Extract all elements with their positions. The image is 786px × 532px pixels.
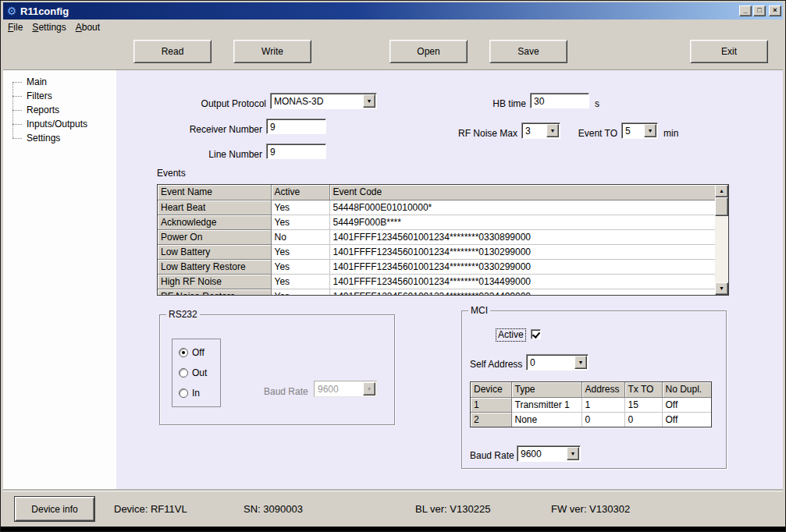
event-name-cell[interactable]: RF Noise Restore bbox=[158, 289, 271, 296]
event-code-cell[interactable]: 1401FFFF12345601001234********0330299000 bbox=[329, 259, 715, 274]
table-row[interactable]: RF Noise Restore Yes 1401FFFF12345601001… bbox=[158, 289, 715, 296]
events-scrollbar[interactable]: ▲ ▼ bbox=[715, 185, 728, 295]
rs232-group-label: RS232 bbox=[166, 309, 200, 320]
events-table: Event Name Active Event Code Heart Beat … bbox=[157, 184, 729, 296]
status-device: Device: RF11VL bbox=[114, 503, 187, 515]
column-header-no-dupl: No Dupl. bbox=[662, 382, 711, 397]
menu-file[interactable]: File bbox=[3, 21, 27, 34]
event-name-cell[interactable]: High RF Noise bbox=[158, 274, 271, 289]
device-type-cell[interactable]: Transmitter 1 bbox=[511, 397, 581, 412]
event-active-cell[interactable]: Yes bbox=[271, 200, 329, 215]
event-code-cell[interactable]: 54448F000E01010000* bbox=[329, 200, 715, 215]
self-address-select[interactable]: 0 ▼ bbox=[526, 354, 589, 371]
hb-time-input[interactable] bbox=[530, 93, 589, 108]
rf-noise-max-select[interactable]: 3 ▼ bbox=[521, 122, 560, 139]
table-row[interactable]: 2 None 0 0 Off bbox=[471, 412, 711, 427]
device-type-cell[interactable]: None bbox=[511, 412, 581, 427]
scroll-up-button[interactable]: ▲ bbox=[715, 185, 728, 197]
scrollbar-thumb[interactable] bbox=[715, 197, 728, 216]
hb-time-unit: s bbox=[595, 96, 599, 112]
device-address-cell[interactable]: 0 bbox=[581, 412, 624, 427]
mci-active-checkbox[interactable] bbox=[531, 329, 541, 339]
sidebar-item-reports[interactable]: Reports bbox=[9, 103, 116, 117]
event-active-cell[interactable]: Yes bbox=[271, 215, 329, 229]
menu-settings[interactable]: Settings bbox=[27, 21, 70, 34]
scroll-down-button[interactable]: ▼ bbox=[715, 282, 728, 295]
event-to-label: Event TO bbox=[574, 126, 617, 141]
devices-header-row: Device Type Address Tx TO No Dupl. bbox=[471, 382, 711, 397]
event-active-cell[interactable]: Yes bbox=[271, 244, 329, 259]
rs232-mode-box: Off Out In bbox=[172, 339, 221, 407]
menu-bar: File Settings About bbox=[3, 20, 783, 34]
radio-out[interactable] bbox=[179, 368, 188, 378]
event-name-cell[interactable]: Acknowledge bbox=[158, 215, 271, 229]
sidebar-item-filters[interactable]: Filters bbox=[9, 89, 116, 103]
content-area: Main Filters Reports Inputs/Outputs Sett… bbox=[3, 70, 783, 491]
table-row[interactable]: Acknowledge Yes 54449F000B**** bbox=[158, 215, 715, 229]
device-info-button[interactable]: Device info bbox=[15, 497, 94, 521]
sidebar-item-inputs-outputs[interactable]: Inputs/Outputs bbox=[9, 117, 116, 131]
event-code-cell[interactable]: 1401FFFF12345601001234********0334499000 bbox=[329, 289, 715, 296]
rs232-option-off[interactable]: Off bbox=[179, 347, 205, 358]
chevron-down-icon[interactable]: ▼ bbox=[644, 124, 656, 137]
device-txto-cell[interactable]: 0 bbox=[624, 412, 662, 427]
exit-button[interactable]: Exit bbox=[690, 40, 768, 63]
read-button[interactable]: Read bbox=[133, 40, 212, 63]
event-name-cell[interactable]: Low Battery Restore bbox=[158, 259, 271, 274]
table-row[interactable]: Low Battery Restore Yes 1401FFFF12345601… bbox=[158, 259, 715, 274]
mci-active-label: Active bbox=[496, 328, 526, 342]
event-active-cell[interactable]: No bbox=[271, 229, 329, 244]
event-code-cell[interactable]: 1401FFFF12345601001234********0330899000 bbox=[329, 229, 715, 244]
self-address-value: 0 bbox=[530, 356, 535, 369]
table-row[interactable]: Heart Beat Yes 54448F000E01010000* bbox=[158, 200, 715, 215]
rs232-option-in[interactable]: In bbox=[179, 388, 200, 399]
chevron-down-icon[interactable]: ▼ bbox=[363, 94, 375, 108]
device-nodupl-cell[interactable]: Off bbox=[662, 412, 711, 427]
event-name-cell[interactable]: Power On bbox=[158, 229, 271, 244]
device-address-cell[interactable]: 1 bbox=[581, 397, 624, 412]
write-button[interactable]: Write bbox=[233, 40, 311, 63]
maximize-button[interactable]: □ bbox=[753, 5, 766, 16]
table-row[interactable]: High RF Noise Yes 1401FFFF12345601001234… bbox=[158, 274, 715, 289]
rs232-group: RS232 Off Out In Baud Rate bbox=[159, 314, 395, 425]
device-nodupl-cell[interactable]: Off bbox=[662, 397, 711, 412]
chevron-down-icon[interactable]: ▼ bbox=[546, 124, 559, 137]
event-name-cell[interactable]: Low Battery bbox=[158, 244, 271, 259]
rs232-baud-rate-label: Baud Rate bbox=[264, 384, 308, 399]
menu-about[interactable]: About bbox=[71, 21, 105, 34]
event-active-cell[interactable]: Yes bbox=[271, 274, 329, 289]
chevron-down-icon[interactable]: ▼ bbox=[574, 356, 587, 369]
minimize-button[interactable]: _ bbox=[739, 5, 752, 16]
rs232-baud-rate-value: 9600 bbox=[318, 383, 339, 395]
device-id-cell[interactable]: 1 bbox=[471, 397, 511, 412]
save-button[interactable]: Save bbox=[489, 40, 567, 63]
receiver-number-input[interactable] bbox=[266, 119, 326, 134]
event-active-cell[interactable]: Yes bbox=[271, 259, 329, 274]
event-code-cell[interactable]: 54449F000B**** bbox=[329, 215, 715, 229]
device-id-cell[interactable]: 2 bbox=[471, 412, 511, 427]
rs232-option-out[interactable]: Out bbox=[179, 367, 207, 378]
table-row[interactable]: Power On No 1401FFFF12345601001234******… bbox=[158, 229, 715, 244]
event-code-cell[interactable]: 1401FFFF12345601001234********0134499000 bbox=[329, 274, 715, 289]
close-button[interactable]: × bbox=[769, 5, 781, 16]
radio-in[interactable] bbox=[179, 388, 188, 398]
output-protocol-select[interactable]: MONAS-3D ▼ bbox=[270, 93, 377, 109]
open-button[interactable]: Open bbox=[389, 40, 468, 63]
mci-group: MCI Active Self Address 0 ▼ Device Type … bbox=[461, 310, 727, 469]
event-name-cell[interactable]: Heart Beat bbox=[158, 200, 271, 215]
radio-off[interactable] bbox=[179, 348, 188, 357]
scroll-up-icon: ▲ bbox=[719, 188, 724, 193]
event-active-cell[interactable]: Yes bbox=[271, 289, 329, 296]
line-number-input[interactable] bbox=[266, 144, 326, 159]
mci-baud-rate-select[interactable]: 9600 ▼ bbox=[517, 445, 581, 462]
table-row[interactable]: Low Battery Yes 1401FFFF12345601001234**… bbox=[158, 244, 715, 259]
device-txto-cell[interactable]: 15 bbox=[624, 397, 662, 412]
app-window: ⚙ R11config _ □ × File Settings About Re… bbox=[0, 0, 786, 532]
table-row[interactable]: 1 Transmitter 1 1 15 Off bbox=[471, 397, 711, 412]
event-code-cell[interactable]: 1401FFFF12345601001234********0130299000 bbox=[329, 244, 715, 259]
hb-time-label: HB time bbox=[448, 96, 526, 112]
event-to-select[interactable]: 5 ▼ bbox=[621, 122, 658, 139]
sidebar-item-settings[interactable]: Settings bbox=[9, 131, 116, 145]
sidebar-item-main[interactable]: Main bbox=[9, 75, 116, 89]
chevron-down-icon[interactable]: ▼ bbox=[567, 447, 579, 460]
